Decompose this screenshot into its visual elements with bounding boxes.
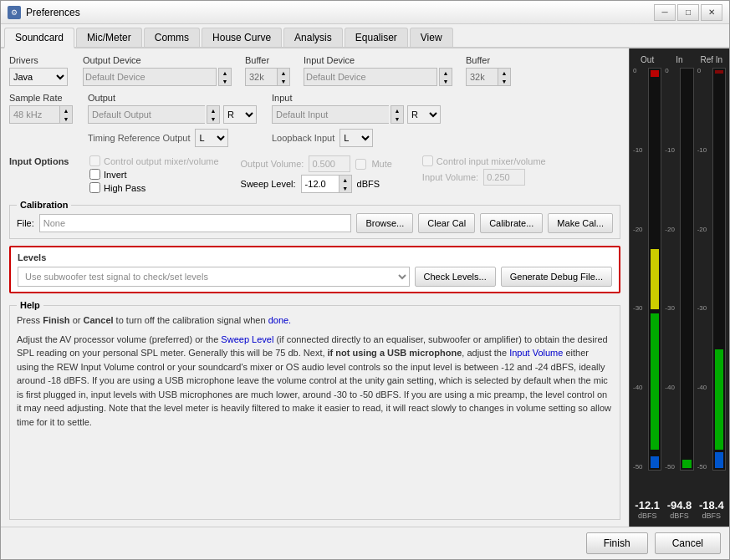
meter-ref-in-unit: dBFS	[699, 512, 724, 520]
scale-30: -30	[633, 305, 646, 312]
tab-house-curve[interactable]: House Curve	[202, 28, 282, 47]
buffer-output-label: Buffer	[245, 55, 290, 65]
scale-40: -40	[633, 384, 646, 391]
output-volume-row: Output Volume: Mute	[241, 155, 392, 172]
output-device-down[interactable]: ▼	[219, 77, 231, 85]
invert-checkbox[interactable]	[89, 169, 100, 180]
meter-out-unit: dBFS	[635, 512, 660, 520]
close-button[interactable]: ✕	[701, 4, 722, 21]
loopback-select[interactable]: LR	[339, 129, 373, 147]
sample-rate-down[interactable]: ▼	[60, 115, 72, 123]
input-up[interactable]: ▲	[391, 106, 403, 115]
sample-rate-up[interactable]: ▲	[60, 106, 72, 115]
mute-checkbox[interactable]	[355, 159, 366, 170]
tab-equaliser[interactable]: Equaliser	[345, 28, 408, 47]
control-output-label: Control output mixer/volume	[104, 156, 219, 166]
finish-button[interactable]: Finish	[586, 532, 648, 554]
help-legend: Help	[17, 300, 43, 310]
meter-out-container: 0 -10 -20 -30 -40 -50	[633, 68, 661, 496]
browse-button[interactable]: Browse...	[356, 213, 413, 233]
tab-comms[interactable]: Comms	[144, 28, 200, 47]
input-control-options: Control input mixer/volume Input Volume:…	[422, 155, 546, 186]
input-device-label: Input Device	[304, 55, 452, 65]
buffer-input-label: Buffer	[466, 55, 511, 65]
check-levels-button[interactable]: Check Levels...	[415, 267, 496, 287]
meter-ref-in-blue	[715, 452, 723, 468]
meter-in-scale: 0 -10 -20 -30 -40 -50	[665, 68, 678, 471]
make-cal-button[interactable]: Make Cal...	[548, 213, 613, 233]
input-input: Default Input	[272, 105, 389, 124]
output-device-up[interactable]: ▲	[219, 69, 231, 77]
meter-out-green	[651, 313, 659, 450]
tab-analysis[interactable]: Analysis	[283, 28, 343, 47]
output-up[interactable]: ▲	[207, 106, 219, 115]
input-device-down[interactable]: ▼	[440, 77, 452, 85]
high-pass-checkbox[interactable]	[89, 182, 100, 193]
meter-ref-in-container: 0 -10 -20 -30 -40 -50	[697, 68, 726, 496]
sweep-level-input[interactable]: -12.0	[301, 175, 339, 193]
buffer-output-input[interactable]: 32k	[245, 68, 277, 86]
input-volume-row: Input Volume: 0.250	[422, 169, 546, 186]
output-channel-select[interactable]: RL	[223, 105, 257, 124]
control-input-label: Control input mixer/volume	[436, 156, 546, 166]
output-down[interactable]: ▼	[207, 115, 219, 123]
levels-section: Levels Use subwoofer test signal to chec…	[9, 246, 620, 293]
meter-in-reading: -94.8 dBFS	[667, 499, 692, 520]
input-device-group: Input Device Default Device ▲ ▼	[304, 55, 452, 86]
generate-debug-button[interactable]: Generate Debug File...	[501, 267, 612, 287]
loopback-row: Loopback Input LR	[272, 129, 441, 147]
sample-rate-label: Sample Rate	[9, 93, 73, 103]
meter-ref-in-bar-bg	[712, 68, 726, 471]
clear-cal-button[interactable]: Clear Cal	[418, 213, 475, 233]
meter-in-label: In	[676, 55, 682, 64]
high-pass-row: High Pass	[89, 182, 219, 193]
drivers-label: Drivers	[9, 55, 68, 65]
help-press-finish: Press Finish or Cancel to turn off the c…	[17, 313, 613, 328]
buffer-output-up[interactable]: ▲	[278, 69, 289, 77]
calibration-legend: Calibration	[17, 200, 71, 210]
meter-in-unit: dBFS	[667, 512, 692, 520]
buffer-input-spinner: 32k ▲ ▼	[466, 68, 511, 86]
meter-out-blue	[651, 456, 659, 468]
meter-in-container: 0 -10 -20 -30 -40 -50	[665, 68, 693, 496]
input-volume-link: Input Volume	[509, 348, 563, 358]
drivers-row: Drivers Java Output Device Default Devic…	[9, 55, 620, 86]
input-channel-select[interactable]: RL	[407, 105, 441, 124]
cancel-button[interactable]: Cancel	[655, 532, 721, 554]
tab-soundcard[interactable]: Soundcard	[4, 28, 74, 48]
output-label: Output	[88, 93, 257, 103]
meters-panel: Out 0 -10 -20 -30 -40 -50	[629, 48, 729, 527]
maximize-button[interactable]: □	[677, 4, 699, 21]
buffer-output-spinner: 32k ▲ ▼	[245, 68, 290, 86]
sweep-level-down[interactable]: ▼	[339, 184, 351, 192]
input-group: Input Default Input ▲ ▼ RL Loopback Inpu…	[272, 93, 441, 147]
volume-options: Output Volume: Mute Sweep Level: -12.0 ▲…	[241, 155, 392, 193]
buffer-input-down[interactable]: ▼	[498, 77, 510, 85]
finish-bold: Finish	[43, 315, 69, 325]
meter-ref-in-reading: -18.4 dBFS	[699, 499, 724, 520]
meter-out-label: Out	[641, 55, 654, 64]
input-down[interactable]: ▼	[391, 115, 403, 123]
output-device-group: Output Device Default Device ▲ ▼	[83, 55, 232, 86]
sweep-level-unit: dBFS	[357, 179, 380, 189]
control-input-checkbox[interactable]	[422, 155, 433, 166]
driver-select[interactable]: Java	[9, 68, 68, 86]
calibrate-button[interactable]: Calibrate...	[480, 213, 543, 233]
high-pass-label: High Pass	[104, 183, 145, 193]
buffer-output-down[interactable]: ▼	[278, 77, 289, 85]
meter-out: Out 0 -10 -20 -30 -40 -50	[633, 55, 661, 520]
tab-mic-meter[interactable]: Mic/Meter	[76, 28, 142, 47]
tab-view[interactable]: View	[410, 28, 453, 47]
scale-50: -50	[633, 464, 646, 471]
minimize-button[interactable]: ─	[654, 4, 676, 21]
levels-dropdown[interactable]: Use subwoofer test signal to check/set l…	[18, 267, 409, 286]
control-output-checkbox[interactable]	[89, 155, 100, 166]
scale-10: -10	[633, 147, 646, 154]
buffer-input-input[interactable]: 32k	[466, 68, 498, 86]
sweep-level-up[interactable]: ▲	[339, 176, 351, 184]
buffer-input-up[interactable]: ▲	[498, 69, 510, 77]
timing-ref-select[interactable]: LR	[195, 129, 228, 147]
control-output-row: Control output mixer/volume	[89, 155, 219, 166]
sample-rate-input: 48 kHz	[9, 105, 59, 124]
input-device-up[interactable]: ▲	[440, 69, 452, 77]
